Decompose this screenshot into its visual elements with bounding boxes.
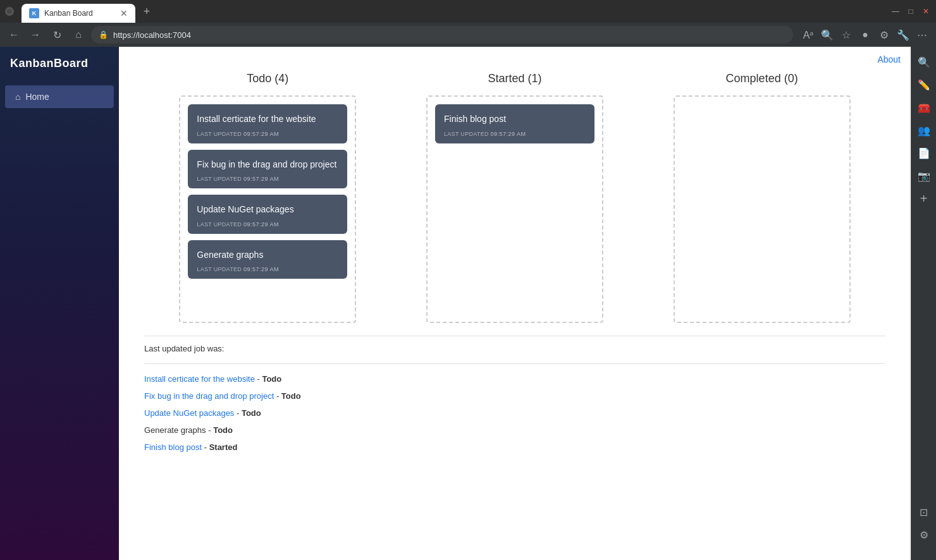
nav-bar: ← → ↻ ⌂ 🔒 https://localhost:7004 Aᵃ 🔍 ☆ … xyxy=(0,23,936,47)
card-title: Install certicate for the website xyxy=(197,113,338,126)
todo-drop-zone[interactable]: Install certicate for the website LAST U… xyxy=(179,95,356,323)
main-content: About Todo (4) Install certicate for the… xyxy=(119,47,911,560)
card-update-nuget[interactable]: Update NuGet packages LAST UPDATED 09:57… xyxy=(188,195,347,234)
footer-section: Last updated job was: Install certicate … xyxy=(119,336,911,465)
account-icon[interactable]: ● xyxy=(856,26,874,44)
footer-divider xyxy=(144,363,885,364)
tab-favicon: K xyxy=(29,8,39,18)
job-status: Todo xyxy=(242,408,261,418)
job-status: Started xyxy=(209,442,238,452)
list-item: Fix bug in the drag and drop project - T… xyxy=(144,391,885,401)
job-status: Todo xyxy=(262,374,281,384)
started-drop-zone[interactable]: Finish blog post LAST UPDATED 09:57:29 A… xyxy=(426,95,603,323)
sidebar-nav: ⌂ Home xyxy=(0,80,119,113)
forward-button[interactable]: → xyxy=(27,26,44,44)
refresh-button[interactable]: ↻ xyxy=(48,26,66,44)
completed-drop-zone[interactable] xyxy=(674,95,851,323)
card-generate-graphs[interactable]: Generate graphs LAST UPDATED 09:57:29 AM xyxy=(188,240,347,279)
card-title: Fix bug in the drag and drop project xyxy=(197,159,338,171)
tab-title: Kanban Board xyxy=(44,9,115,18)
job-name-link: Generate graphs xyxy=(144,425,206,435)
about-link[interactable]: About xyxy=(877,54,901,64)
tab-new-window-btn[interactable]: ⊞ xyxy=(5,7,14,16)
lock-icon: 🔒 xyxy=(99,30,108,39)
close-button[interactable]: ✕ xyxy=(921,6,931,16)
extensions-icon[interactable]: 🔧 xyxy=(894,26,912,44)
card-timestamp: LAST UPDATED 09:57:29 AM xyxy=(197,176,338,182)
todo-column-title: Todo (4) xyxy=(179,72,356,85)
window-controls: — □ ✕ xyxy=(890,6,931,16)
tab-bar: ⊞ K Kanban Board ✕ + — □ ✕ xyxy=(0,0,936,23)
search-icon[interactable]: 🔍 xyxy=(818,26,836,44)
card-install-certicate[interactable]: Install certicate for the website LAST U… xyxy=(188,104,347,143)
active-tab[interactable]: K Kanban Board ✕ xyxy=(22,4,135,23)
nav-icons-right: Aᵃ 🔍 ☆ ● ⚙ 🔧 ⋯ xyxy=(799,26,931,44)
card-finish-blog[interactable]: Finish blog post LAST UPDATED 09:57:29 A… xyxy=(435,104,594,143)
kanban-column-completed: Completed (0) xyxy=(674,72,851,323)
list-item: Generate graphs - Todo xyxy=(144,425,885,435)
more-icon[interactable]: ⋯ xyxy=(913,26,931,44)
tab-close-button[interactable]: ✕ xyxy=(120,8,128,18)
job-name-link[interactable]: Fix bug in the drag and drop project xyxy=(144,391,274,401)
favorites-icon[interactable]: ☆ xyxy=(837,26,855,44)
kanban-column-todo: Todo (4) Install certicate for the websi… xyxy=(179,72,356,323)
sidebar: KanbanBoard ⌂ Home xyxy=(0,47,119,560)
sidebar-add-icon[interactable]: + xyxy=(914,188,934,209)
timestamp-label: LAST UPDATED xyxy=(197,131,243,137)
kanban-column-started: Started (1) Finish blog post LAST UPDATE… xyxy=(426,72,603,323)
browser-sidebar-panel: 🔍 ✏️ 🧰 👥 📄 📷 + ⊡ ⚙ xyxy=(911,47,936,560)
job-status: Todo xyxy=(281,391,301,401)
sidebar-item-home-label: Home xyxy=(25,92,49,102)
timestamp-label: LAST UPDATED xyxy=(197,221,243,228)
timestamp-label: LAST UPDATED xyxy=(444,131,491,137)
read-mode-icon[interactable]: Aᵃ xyxy=(799,26,817,44)
settings-icon[interactable]: ⚙ xyxy=(875,26,893,44)
minimize-button[interactable]: — xyxy=(890,6,901,16)
tab-controls-left: ⊞ xyxy=(5,7,14,16)
sidebar-search-icon[interactable]: 🔍 xyxy=(914,52,934,72)
last-updated-label: Last updated job was: xyxy=(144,336,885,361)
new-tab-button[interactable]: + xyxy=(138,3,156,20)
card-timestamp: LAST UPDATED 09:57:29 AM xyxy=(197,266,338,272)
sidebar-settings-icon[interactable]: ⚙ xyxy=(914,525,934,545)
sidebar-paint-icon[interactable]: ✏️ xyxy=(914,75,934,95)
sidebar-tools-icon[interactable]: 🧰 xyxy=(914,97,934,118)
kanban-board: Todo (4) Install certicate for the websi… xyxy=(119,47,911,336)
list-item: Finish blog post - Started xyxy=(144,442,885,452)
card-title: Generate graphs xyxy=(197,249,338,262)
timestamp-label: LAST UPDATED xyxy=(197,266,243,272)
maximize-button[interactable]: □ xyxy=(906,6,916,16)
job-list: Install certicate for the website - Todo… xyxy=(144,374,885,452)
card-fix-bug[interactable]: Fix bug in the drag and drop project LAS… xyxy=(188,150,347,189)
completed-column-title: Completed (0) xyxy=(674,72,851,85)
browser-chrome: ⊞ K Kanban Board ✕ + — □ ✕ ← → ↻ ⌂ 🔒 htt… xyxy=(0,0,936,47)
sidebar-expand-icon[interactable]: ⊡ xyxy=(914,502,934,522)
app-logo: KanbanBoard xyxy=(0,47,119,80)
job-separator: - xyxy=(204,442,209,452)
back-button[interactable]: ← xyxy=(5,26,23,44)
card-timestamp: LAST UPDATED 09:57:29 AM xyxy=(197,221,338,228)
card-title: Finish blog post xyxy=(444,113,586,126)
address-bar[interactable]: 🔒 https://localhost:7004 xyxy=(91,26,793,44)
timestamp-label: LAST UPDATED xyxy=(197,176,243,182)
job-name-link[interactable]: Finish blog post xyxy=(144,442,202,452)
home-button[interactable]: ⌂ xyxy=(70,26,87,44)
app-container: KanbanBoard ⌂ Home About Todo (4) Instal… xyxy=(0,47,936,560)
sidebar-page-icon[interactable]: 📄 xyxy=(914,143,934,163)
job-name-link[interactable]: Update NuGet packages xyxy=(144,408,234,418)
card-timestamp: LAST UPDATED 09:57:29 AM xyxy=(197,131,338,137)
started-column-title: Started (1) xyxy=(426,72,603,85)
sidebar-camera-icon[interactable]: 📷 xyxy=(914,166,934,186)
url-display: https://localhost:7004 xyxy=(113,30,191,40)
list-item: Install certicate for the website - Todo xyxy=(144,374,885,384)
job-separator: - xyxy=(208,425,213,435)
job-name-link[interactable]: Install certicate for the website xyxy=(144,374,255,384)
home-icon: ⌂ xyxy=(15,92,20,102)
job-separator: - xyxy=(276,391,281,401)
sidebar-item-home[interactable]: ⌂ Home xyxy=(5,85,114,108)
card-timestamp: LAST UPDATED 09:57:29 AM xyxy=(444,131,586,137)
card-title: Update NuGet packages xyxy=(197,204,338,216)
job-status: Todo xyxy=(213,425,233,435)
job-separator: - xyxy=(237,408,242,418)
sidebar-people-icon[interactable]: 👥 xyxy=(914,120,934,140)
